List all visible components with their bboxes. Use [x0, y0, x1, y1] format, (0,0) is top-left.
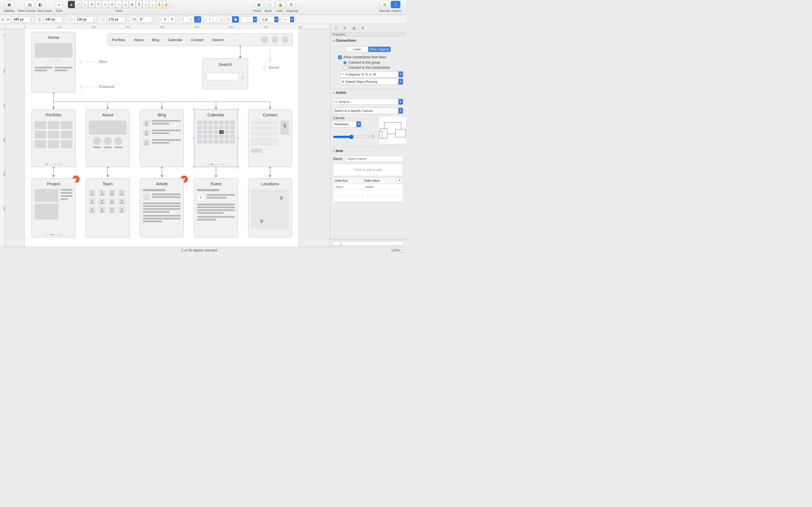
- selection-center[interactable]: [215, 137, 217, 139]
- align-center-button[interactable]: ▯: [188, 16, 194, 22]
- diagram-tool[interactable]: ⌗: [102, 1, 109, 8]
- selection-handle[interactable]: [193, 166, 195, 168]
- note-textarea[interactable]: Click to add a note: [333, 164, 403, 176]
- action-section-title[interactable]: Action: [330, 89, 406, 96]
- nav-item[interactable]: Contact: [191, 38, 204, 42]
- y-input[interactable]: [43, 16, 62, 22]
- inspector-tab-properties[interactable]: ⚙: [342, 25, 348, 31]
- selection-handle[interactable]: [237, 108, 239, 110]
- card-article[interactable]: Article: [140, 178, 184, 237]
- selection-tool[interactable]: ▲: [68, 1, 75, 8]
- canvas-area[interactable]: 01002003004005006007008009001000 0100200…: [0, 24, 330, 247]
- crop-tool[interactable]: #: [109, 1, 115, 8]
- bring-front-button[interactable]: ▣: [254, 1, 264, 8]
- connections-section-title[interactable]: Connections: [330, 37, 406, 44]
- inspect-button[interactable]: i: [391, 1, 400, 8]
- new-layer-button[interactable]: ◧: [36, 1, 45, 8]
- shape-tool[interactable]: ⬚: [75, 1, 82, 8]
- flip-h-button[interactable]: ⇄: [162, 16, 168, 22]
- h-stepper[interactable]: ▴▾: [126, 16, 130, 22]
- social-icon[interactable]: [261, 36, 268, 43]
- stroke-style-select[interactable]: —: [281, 16, 295, 22]
- zoom-stepper[interactable]: ▴▾: [400, 248, 404, 253]
- point-tool[interactable]: ‹: [115, 1, 122, 8]
- inspector-tab-canvas[interactable]: ▥: [351, 25, 357, 31]
- new-canvas-button[interactable]: ▤: [25, 1, 35, 8]
- connect-tool[interactable]: ⎌: [122, 1, 129, 8]
- card-portfolio[interactable]: Portfolio: [32, 109, 75, 167]
- object-name-input[interactable]: [345, 156, 403, 162]
- nav-item[interactable]: Calendar: [168, 38, 183, 42]
- dist-h-button[interactable]: ⫴: [206, 16, 213, 22]
- fill-color-select[interactable]: [241, 16, 258, 22]
- flip-v-button[interactable]: ⇵: [168, 16, 175, 22]
- action-type-select[interactable]: ↪Jump to…: [333, 99, 403, 105]
- stencils-button[interactable]: ⊞: [380, 1, 390, 8]
- nav-bar[interactable]: Portfolio About Blog Calendar Contact Se…: [108, 34, 293, 46]
- canvas-thumbnail[interactable]: [378, 116, 406, 144]
- card-team[interactable]: Team: [86, 178, 130, 237]
- style-dropdown-button[interactable]: ▾: [56, 1, 62, 8]
- ungroup-button[interactable]: ⊞: [287, 1, 296, 8]
- data-key-cell[interactable]: <key>: [333, 184, 363, 190]
- connect-group-radio[interactable]: Connect to the group: [333, 60, 403, 65]
- connect-components-radio[interactable]: Connect to the components: [333, 65, 403, 70]
- rubber-tool[interactable]: ∩: [142, 1, 149, 8]
- selection-handle[interactable]: [215, 108, 217, 110]
- card-contact[interactable]: Contact: [248, 109, 292, 167]
- nav-item[interactable]: Search: [212, 38, 223, 42]
- hand-tool[interactable]: ✋: [156, 1, 163, 8]
- selection-handle[interactable]: [193, 108, 195, 110]
- nav-item[interactable]: Blog: [152, 38, 159, 42]
- nav-item[interactable]: Portfolio: [112, 38, 125, 42]
- w-input[interactable]: [75, 16, 94, 22]
- rotation-stepper[interactable]: ▴▾: [153, 16, 157, 22]
- card-about[interactable]: About: [86, 109, 130, 167]
- stamp-tool[interactable]: ※: [129, 1, 136, 8]
- card-home[interactable]: Home ‹ ›: [32, 32, 75, 93]
- selection-handle[interactable]: [237, 137, 239, 139]
- x-input[interactable]: [11, 16, 31, 22]
- selection-handle[interactable]: [237, 166, 239, 168]
- lock-button[interactable]: 🔒: [276, 1, 285, 8]
- pen-tool[interactable]: ✎: [95, 1, 102, 8]
- browse-tool[interactable]: ☝: [163, 1, 169, 8]
- stroke-swatch[interactable]: [342, 241, 404, 245]
- sidebar-toggle-button[interactable]: ▣: [4, 1, 14, 8]
- zoom-tool[interactable]: ⌕: [149, 1, 156, 8]
- text-tool[interactable]: A: [88, 1, 95, 8]
- align-left-button[interactable]: ▏: [181, 16, 188, 22]
- allow-connections-checkbox[interactable]: Allow connections from lines: [333, 54, 403, 60]
- search-popover[interactable]: Search ⌕: [202, 58, 248, 89]
- canvas-select[interactable]: Wireframe: [333, 121, 361, 127]
- w-stepper[interactable]: ▴▾: [95, 16, 99, 22]
- card-project[interactable]: Project: [32, 178, 75, 237]
- line-tool[interactable]: ＼: [82, 1, 88, 8]
- card-locations[interactable]: Locations: [248, 178, 292, 237]
- note-section-title[interactable]: Note: [330, 147, 406, 155]
- card-event[interactable]: Event 8: [194, 178, 238, 237]
- social-icon[interactable]: [282, 36, 289, 43]
- selection-handle[interactable]: [215, 166, 217, 168]
- other-objects-tab[interactable]: Other Objects: [368, 47, 391, 52]
- add-data-row-button[interactable]: +: [396, 177, 403, 184]
- inspector-tab-object[interactable]: ▢: [333, 25, 339, 31]
- fill-button[interactable]: ◼: [232, 16, 239, 22]
- lines-tab[interactable]: Lines: [346, 47, 368, 52]
- ranking-select[interactable]: ↯Default Object Ranking: [340, 78, 403, 85]
- send-back-button[interactable]: ▢: [265, 1, 274, 8]
- search-field[interactable]: [206, 73, 239, 80]
- fill-swatch[interactable]: [333, 241, 340, 245]
- social-icon[interactable]: [271, 36, 278, 43]
- canvas-slider[interactable]: [333, 135, 369, 139]
- align-right-button[interactable]: ▕: [194, 16, 201, 22]
- magnets-select[interactable]: ✧4 magnets: N, S, E, W: [340, 71, 403, 77]
- search-icon[interactable]: ⌕: [241, 73, 245, 80]
- y-stepper[interactable]: ▴▾: [63, 16, 67, 22]
- x-stepper[interactable]: ▴▾: [32, 16, 36, 22]
- data-value-cell[interactable]: <data>: [363, 184, 403, 190]
- action-target-select[interactable]: Switch to a Specific Canvas: [333, 108, 403, 114]
- card-blog[interactable]: Blog: [140, 109, 184, 167]
- magnet-tool[interactable]: ⚲: [136, 1, 142, 8]
- no-fill-button[interactable]: ◻: [225, 16, 232, 22]
